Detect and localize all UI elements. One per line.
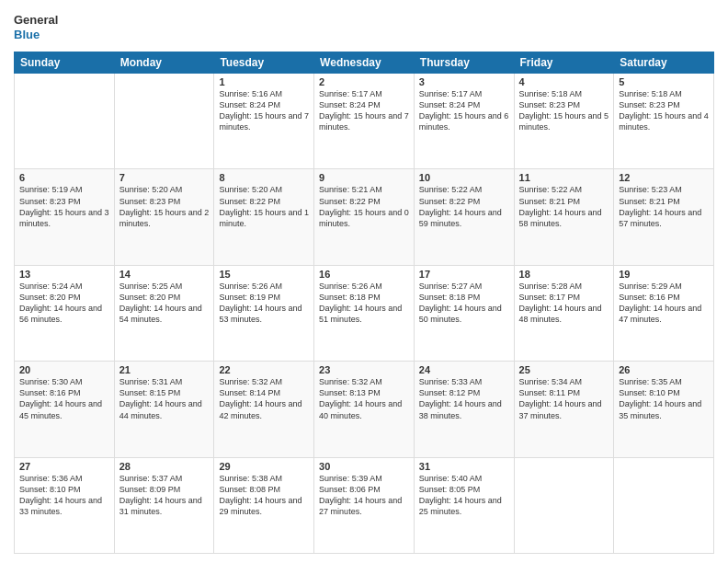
day-number: 22 — [219, 364, 309, 375]
day-header-wednesday: Wednesday — [314, 52, 415, 74]
week-row-1: 1Sunrise: 5:16 AM Sunset: 8:24 PM Daylig… — [15, 74, 714, 169]
day-number: 12 — [619, 172, 709, 183]
day-cell — [514, 457, 614, 553]
day-cell: 17Sunrise: 5:27 AM Sunset: 8:18 PM Dayli… — [414, 265, 514, 361]
day-info: Sunrise: 5:34 AM Sunset: 8:11 PM Dayligh… — [519, 376, 609, 421]
day-info: Sunrise: 5:25 AM Sunset: 8:20 PM Dayligh… — [119, 281, 210, 326]
day-info: Sunrise: 5:31 AM Sunset: 8:15 PM Dayligh… — [119, 376, 210, 421]
day-header-friday: Friday — [514, 52, 614, 74]
day-number: 14 — [119, 269, 210, 280]
day-number: 4 — [519, 76, 609, 87]
day-header-thursday: Thursday — [414, 52, 514, 74]
day-cell: 14Sunrise: 5:25 AM Sunset: 8:20 PM Dayli… — [114, 265, 214, 361]
day-info: Sunrise: 5:32 AM Sunset: 8:13 PM Dayligh… — [319, 376, 409, 421]
day-info: Sunrise: 5:30 AM Sunset: 8:16 PM Dayligh… — [19, 376, 109, 421]
day-cell: 18Sunrise: 5:28 AM Sunset: 8:17 PM Dayli… — [514, 265, 614, 361]
day-number: 3 — [419, 76, 509, 87]
day-cell: 5Sunrise: 5:18 AM Sunset: 8:23 PM Daylig… — [614, 74, 714, 169]
day-info: Sunrise: 5:18 AM Sunset: 8:23 PM Dayligh… — [519, 88, 609, 133]
day-info: Sunrise: 5:19 AM Sunset: 8:23 PM Dayligh… — [19, 184, 109, 229]
day-cell: 2Sunrise: 5:17 AM Sunset: 8:24 PM Daylig… — [314, 74, 415, 169]
day-cell: 8Sunrise: 5:20 AM Sunset: 8:22 PM Daylig… — [214, 169, 314, 265]
day-info: Sunrise: 5:20 AM Sunset: 8:22 PM Dayligh… — [219, 184, 309, 229]
day-cell: 16Sunrise: 5:26 AM Sunset: 8:18 PM Dayli… — [314, 265, 415, 361]
day-number: 5 — [619, 76, 709, 87]
day-cell: 1Sunrise: 5:16 AM Sunset: 8:24 PM Daylig… — [214, 74, 314, 169]
day-info: Sunrise: 5:26 AM Sunset: 8:19 PM Dayligh… — [219, 281, 309, 326]
day-number: 27 — [19, 461, 109, 472]
day-number: 7 — [119, 172, 210, 183]
day-cell: 23Sunrise: 5:32 AM Sunset: 8:13 PM Dayli… — [314, 362, 415, 457]
day-number: 17 — [419, 269, 509, 280]
calendar: SundayMondayTuesdayWednesdayThursdayFrid… — [14, 52, 714, 554]
day-cell: 15Sunrise: 5:26 AM Sunset: 8:19 PM Dayli… — [214, 265, 314, 361]
day-number: 31 — [419, 461, 509, 472]
logo-svg: General Blue — [14, 9, 64, 44]
header: General Blue — [14, 9, 714, 44]
day-number: 23 — [319, 364, 409, 375]
svg-text:General: General — [14, 13, 58, 27]
day-cell — [614, 457, 714, 553]
day-info: Sunrise: 5:21 AM Sunset: 8:22 PM Dayligh… — [319, 184, 409, 229]
day-number: 19 — [619, 269, 709, 280]
day-cell: 29Sunrise: 5:38 AM Sunset: 8:08 PM Dayli… — [214, 457, 314, 553]
day-number: 20 — [19, 364, 109, 375]
day-header-tuesday: Tuesday — [214, 52, 314, 74]
day-info: Sunrise: 5:40 AM Sunset: 8:05 PM Dayligh… — [419, 473, 509, 518]
day-cell: 19Sunrise: 5:29 AM Sunset: 8:16 PM Dayli… — [614, 265, 714, 361]
day-cell: 6Sunrise: 5:19 AM Sunset: 8:23 PM Daylig… — [15, 169, 115, 265]
day-cell: 28Sunrise: 5:37 AM Sunset: 8:09 PM Dayli… — [114, 457, 214, 553]
day-cell: 4Sunrise: 5:18 AM Sunset: 8:23 PM Daylig… — [514, 74, 614, 169]
day-cell: 20Sunrise: 5:30 AM Sunset: 8:16 PM Dayli… — [15, 362, 115, 457]
day-info: Sunrise: 5:29 AM Sunset: 8:16 PM Dayligh… — [619, 281, 709, 326]
day-info: Sunrise: 5:24 AM Sunset: 8:20 PM Dayligh… — [19, 281, 109, 326]
day-cell: 27Sunrise: 5:36 AM Sunset: 8:10 PM Dayli… — [15, 457, 115, 553]
day-number: 24 — [419, 364, 509, 375]
day-info: Sunrise: 5:20 AM Sunset: 8:23 PM Dayligh… — [119, 184, 210, 229]
day-cell: 24Sunrise: 5:33 AM Sunset: 8:12 PM Dayli… — [414, 362, 514, 457]
calendar-header-row: SundayMondayTuesdayWednesdayThursdayFrid… — [15, 52, 714, 74]
week-row-2: 6Sunrise: 5:19 AM Sunset: 8:23 PM Daylig… — [15, 169, 714, 265]
day-cell: 3Sunrise: 5:17 AM Sunset: 8:24 PM Daylig… — [414, 74, 514, 169]
day-info: Sunrise: 5:23 AM Sunset: 8:21 PM Dayligh… — [619, 184, 709, 229]
day-header-sunday: Sunday — [15, 52, 115, 74]
day-number: 25 — [519, 364, 609, 375]
day-number: 9 — [319, 172, 409, 183]
day-number: 26 — [619, 364, 709, 375]
day-number: 13 — [19, 269, 109, 280]
week-row-3: 13Sunrise: 5:24 AM Sunset: 8:20 PM Dayli… — [15, 265, 714, 361]
day-number: 2 — [319, 76, 409, 87]
day-info: Sunrise: 5:38 AM Sunset: 8:08 PM Dayligh… — [219, 473, 309, 518]
day-info: Sunrise: 5:22 AM Sunset: 8:22 PM Dayligh… — [419, 184, 509, 229]
day-number: 11 — [519, 172, 609, 183]
day-info: Sunrise: 5:36 AM Sunset: 8:10 PM Dayligh… — [19, 473, 109, 518]
day-info: Sunrise: 5:32 AM Sunset: 8:14 PM Dayligh… — [219, 376, 309, 421]
day-header-saturday: Saturday — [614, 52, 714, 74]
day-cell: 22Sunrise: 5:32 AM Sunset: 8:14 PM Dayli… — [214, 362, 314, 457]
logo: General Blue — [14, 9, 64, 44]
day-info: Sunrise: 5:16 AM Sunset: 8:24 PM Dayligh… — [219, 88, 309, 133]
day-cell — [114, 74, 214, 169]
day-info: Sunrise: 5:22 AM Sunset: 8:21 PM Dayligh… — [519, 184, 609, 229]
day-number: 16 — [319, 269, 409, 280]
day-info: Sunrise: 5:39 AM Sunset: 8:06 PM Dayligh… — [319, 473, 409, 518]
day-cell: 13Sunrise: 5:24 AM Sunset: 8:20 PM Dayli… — [15, 265, 115, 361]
day-cell: 9Sunrise: 5:21 AM Sunset: 8:22 PM Daylig… — [314, 169, 415, 265]
day-number: 15 — [219, 269, 309, 280]
day-cell: 31Sunrise: 5:40 AM Sunset: 8:05 PM Dayli… — [414, 457, 514, 553]
day-cell: 7Sunrise: 5:20 AM Sunset: 8:23 PM Daylig… — [114, 169, 214, 265]
day-info: Sunrise: 5:37 AM Sunset: 8:09 PM Dayligh… — [119, 473, 210, 518]
day-cell: 25Sunrise: 5:34 AM Sunset: 8:11 PM Dayli… — [514, 362, 614, 457]
day-cell: 10Sunrise: 5:22 AM Sunset: 8:22 PM Dayli… — [414, 169, 514, 265]
day-info: Sunrise: 5:18 AM Sunset: 8:23 PM Dayligh… — [619, 88, 709, 133]
day-number: 1 — [219, 76, 309, 87]
day-number: 21 — [119, 364, 210, 375]
day-info: Sunrise: 5:17 AM Sunset: 8:24 PM Dayligh… — [419, 88, 509, 133]
day-info: Sunrise: 5:35 AM Sunset: 8:10 PM Dayligh… — [619, 376, 709, 421]
day-number: 6 — [19, 172, 109, 183]
day-number: 28 — [119, 461, 210, 472]
day-cell: 12Sunrise: 5:23 AM Sunset: 8:21 PM Dayli… — [614, 169, 714, 265]
day-info: Sunrise: 5:27 AM Sunset: 8:18 PM Dayligh… — [419, 281, 509, 326]
day-header-monday: Monday — [114, 52, 214, 74]
week-row-5: 27Sunrise: 5:36 AM Sunset: 8:10 PM Dayli… — [15, 457, 714, 553]
